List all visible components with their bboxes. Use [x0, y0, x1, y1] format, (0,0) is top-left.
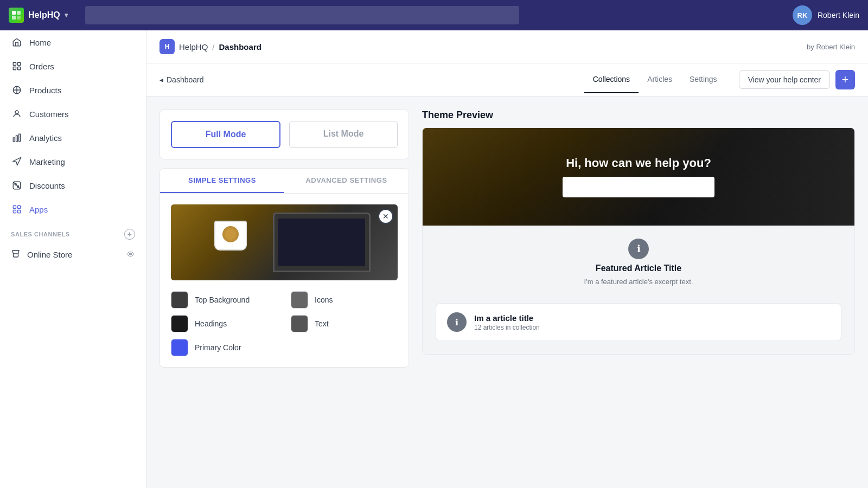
main-content: H HelpHQ / Dashboard by Robert Klein ◂ D…	[146, 30, 868, 488]
settings-tabs: SIMPLE SETTINGS ADVANCED SETTINGS	[160, 169, 409, 194]
tabs-and-actions: Collections Articles Settings View your …	[584, 63, 855, 96]
preview-hero: Hi, how can we help you?	[423, 128, 854, 226]
collection-info: Im a article title 12 articles in collec…	[474, 313, 540, 331]
sidebar-item-home[interactable]: Home	[0, 30, 146, 54]
back-button[interactable]: ◂ Dashboard	[159, 69, 204, 91]
remove-image-button[interactable]: ✕	[378, 209, 393, 224]
products-icon	[11, 84, 23, 96]
sidebar-item-orders[interactable]: Orders	[0, 54, 146, 78]
breadcrumb-separator: /	[212, 42, 214, 52]
tab-collections[interactable]: Collections	[584, 66, 639, 93]
sidebar-label-home: Home	[29, 38, 51, 47]
headings-label: Headings	[195, 319, 227, 328]
home-icon	[11, 36, 23, 48]
breadcrumb-bar: H HelpHQ / Dashboard by Robert Klein	[146, 30, 868, 63]
svg-rect-16	[13, 206, 16, 208]
add-sales-channel-button[interactable]: +	[124, 229, 135, 240]
avatar: RK	[793, 5, 812, 25]
breadcrumb-app-icon: H	[159, 39, 175, 54]
sidebar-label-products: Products	[29, 86, 61, 95]
dropdown-arrow-icon[interactable]: ▾	[65, 11, 68, 19]
svg-rect-18	[13, 210, 16, 213]
collection-subtitle: 12 articles in collection	[474, 324, 540, 331]
headings-swatch[interactable]	[171, 315, 188, 332]
user-menu[interactable]: RK Robert Klein	[793, 5, 859, 25]
back-label: Dashboard	[167, 75, 204, 84]
svg-rect-0	[12, 11, 16, 15]
color-option-top-background: Top Background	[171, 291, 278, 309]
breadcrumb-current-page: Dashboard	[219, 42, 261, 52]
add-button[interactable]: +	[835, 70, 855, 89]
sidebar-item-discounts[interactable]: Discounts	[0, 174, 146, 197]
color-option-icons: Icons	[291, 291, 398, 309]
svg-point-9	[15, 111, 18, 114]
logo-icon	[9, 8, 24, 23]
sales-channels-label: SALES CHANNELS	[11, 231, 70, 237]
image-upload-area[interactable]: ✕	[171, 204, 398, 280]
svg-rect-2	[12, 16, 16, 20]
advanced-settings-tab[interactable]: ADVANCED SETTINGS	[284, 169, 409, 193]
icons-swatch[interactable]	[291, 291, 308, 309]
svg-rect-5	[18, 62, 21, 65]
search-input[interactable]	[85, 6, 519, 24]
action-buttons: View your help center +	[739, 63, 855, 96]
eye-icon[interactable]: 👁	[126, 250, 135, 260]
sidebar: Home Orders Products	[0, 30, 146, 488]
theme-preview-title: Theme Preview	[422, 110, 855, 121]
sidebar-item-apps[interactable]: Apps	[0, 197, 146, 221]
app-logo[interactable]: HelpHQ ▾	[9, 8, 68, 23]
top-navigation: HelpHQ ▾ RK Robert Klein	[0, 0, 868, 30]
svg-rect-11	[16, 136, 18, 142]
top-background-swatch[interactable]	[171, 291, 188, 309]
full-mode-button[interactable]: Full Mode	[171, 121, 280, 148]
tab-settings[interactable]: Settings	[681, 66, 726, 93]
theme-preview-card: Hi, how can we help you? ℹ Featured Arti…	[422, 127, 855, 355]
user-name-label: Robert Klein	[818, 11, 859, 20]
sidebar-item-analytics[interactable]: Analytics	[0, 126, 146, 150]
view-help-center-button[interactable]: View your help center	[739, 70, 830, 89]
icons-label: Icons	[315, 296, 333, 304]
content-area: Full Mode List Mode SIMPLE SETTINGS ADVA…	[146, 97, 868, 488]
inner-nav-tabs: Collections Articles Settings	[584, 66, 726, 93]
svg-rect-17	[18, 206, 21, 208]
sidebar-item-customers[interactable]: Customers	[0, 102, 146, 126]
marketing-icon	[11, 156, 23, 168]
featured-article-excerpt: I'm a featured article's excerpt text.	[584, 278, 693, 286]
preview-hero-title: Hi, how can we help you?	[566, 156, 711, 170]
featured-article-icon: ℹ	[628, 239, 649, 259]
laptop-decoration	[273, 213, 371, 272]
sidebar-label-apps: Apps	[29, 205, 48, 214]
svg-rect-12	[19, 134, 21, 142]
main-layout: Home Orders Products	[0, 30, 868, 488]
sidebar-label-discounts: Discounts	[29, 181, 65, 190]
sidebar-item-online-store[interactable]: Online Store 👁	[0, 243, 146, 266]
list-mode-button[interactable]: List Mode	[289, 121, 398, 148]
svg-rect-3	[17, 16, 21, 20]
breadcrumb-app-name: HelpHQ	[179, 42, 208, 52]
laptop-screen	[278, 219, 365, 266]
apps-icon	[11, 203, 23, 215]
svg-rect-6	[13, 67, 16, 70]
search-container	[85, 6, 519, 24]
preview-search-bar	[563, 177, 714, 197]
text-swatch[interactable]	[291, 315, 308, 332]
primary-color-swatch[interactable]	[171, 339, 188, 356]
sidebar-label-analytics: Analytics	[29, 133, 62, 143]
sidebar-item-marketing[interactable]: Marketing	[0, 150, 146, 174]
color-option-primary: Primary Color	[171, 339, 278, 356]
simple-settings-tab[interactable]: SIMPLE SETTINGS	[160, 169, 284, 193]
online-store-label: Online Store	[27, 250, 72, 259]
online-store-icon	[11, 249, 21, 260]
svg-rect-10	[13, 138, 15, 142]
sidebar-item-products[interactable]: Products	[0, 78, 146, 102]
primary-color-label: Primary Color	[195, 343, 241, 352]
color-options: Top Background Icons Headings	[171, 291, 398, 356]
mode-selector: Full Mode List Mode	[159, 110, 409, 159]
preview-body: ℹ Featured Article Title I'm a featured …	[423, 226, 854, 354]
tab-articles[interactable]: Articles	[639, 66, 681, 93]
orders-icon	[11, 60, 23, 72]
inner-navigation: ◂ Dashboard Collections Articles Setting…	[146, 63, 868, 97]
coffee-cup-decoration	[214, 221, 247, 251]
sidebar-label-orders: Orders	[29, 62, 54, 71]
left-panel: Full Mode List Mode SIMPLE SETTINGS ADVA…	[159, 110, 409, 475]
